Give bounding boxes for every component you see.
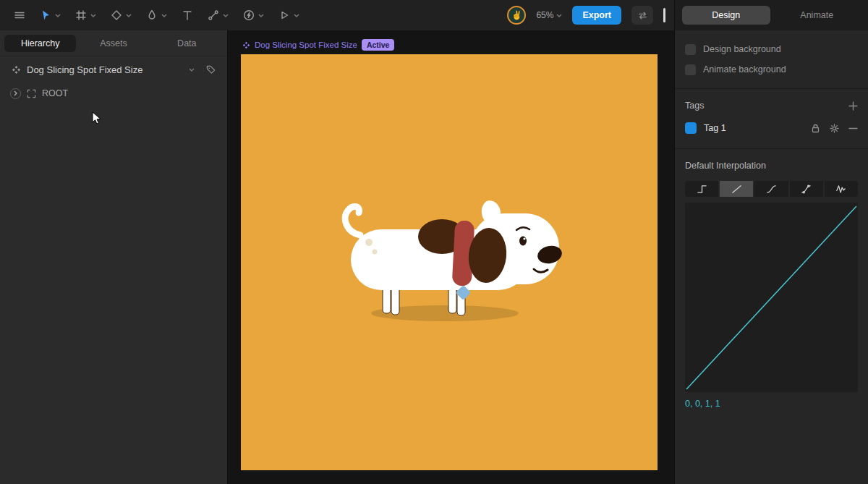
chevron-down-icon bbox=[294, 14, 299, 17]
artboard-header: Dog Slicing Spot Fixed Size Active bbox=[242, 39, 394, 51]
lock-icon[interactable] bbox=[811, 124, 820, 133]
frame-icon bbox=[75, 9, 87, 21]
hierarchy-panel: Hierarchy Assets Data Dog Slicing Spot F… bbox=[0, 30, 228, 484]
left-panel-tabs: Hierarchy Assets Data bbox=[0, 30, 227, 56]
chevron-down-icon bbox=[161, 14, 167, 17]
interpolation-curve bbox=[685, 203, 858, 392]
tag-actions bbox=[811, 124, 858, 133]
shapes-tool-button[interactable] bbox=[106, 6, 137, 25]
zoom-level: 65% bbox=[536, 10, 553, 20]
toolbar-right-group: ✌ 65% Export bbox=[507, 6, 674, 25]
add-tag-icon[interactable] bbox=[848, 101, 858, 111]
interpolation-section: Default Interpolation bbox=[675, 149, 868, 417]
custom-cubic-icon bbox=[801, 184, 812, 195]
chevron-down-icon bbox=[90, 14, 96, 17]
animate-background-row: Animate background bbox=[685, 59, 858, 80]
design-background-row: Design background bbox=[685, 39, 858, 59]
layout-swap-button[interactable] bbox=[631, 6, 653, 25]
paint-tool-button[interactable] bbox=[141, 6, 172, 25]
elastic-curve-icon bbox=[835, 184, 846, 195]
tab-hierarchy[interactable]: Hierarchy bbox=[4, 35, 76, 52]
remove-tag-icon[interactable] bbox=[848, 124, 858, 133]
select-tool-button[interactable] bbox=[35, 6, 66, 25]
tab-assets[interactable]: Assets bbox=[77, 35, 149, 52]
tree-item-label: ROOT bbox=[42, 88, 68, 98]
mode-switcher: Design Animate bbox=[674, 0, 868, 30]
tags-title: Tags bbox=[685, 101, 704, 111]
tag-icon[interactable] bbox=[206, 65, 216, 75]
mouse-cursor bbox=[91, 111, 103, 126]
artboard[interactable] bbox=[241, 54, 658, 470]
tab-animate[interactable]: Animate bbox=[773, 6, 861, 25]
chevron-down-icon[interactable] bbox=[189, 68, 195, 72]
interp-custom-cubic-button[interactable] bbox=[790, 181, 823, 197]
play-icon bbox=[278, 9, 290, 21]
text-tool-button[interactable] bbox=[176, 6, 198, 25]
panel-resize-handle[interactable] bbox=[663, 8, 665, 22]
zoom-control[interactable]: 65% bbox=[536, 10, 562, 20]
menu-button[interactable] bbox=[9, 6, 30, 25]
inspector-panel: Design background Animate background Tag… bbox=[674, 30, 868, 484]
chevron-down-icon bbox=[258, 14, 264, 17]
artboard-diamonds-icon bbox=[242, 41, 250, 49]
diamond-shape-icon bbox=[111, 9, 122, 21]
hamburger-icon bbox=[14, 9, 25, 21]
hold-curve-icon bbox=[697, 184, 707, 195]
text-icon bbox=[182, 9, 193, 21]
cursor-icon bbox=[40, 9, 51, 21]
artboard-diamonds-icon bbox=[12, 65, 21, 75]
dog-illustration bbox=[241, 54, 658, 470]
artboard-item-label: Dog Slicing Spot Fixed Size bbox=[27, 64, 142, 75]
interp-elastic-button[interactable] bbox=[825, 181, 858, 197]
bone-icon bbox=[208, 9, 219, 21]
avatar[interactable]: ✌ bbox=[507, 6, 526, 25]
interpolation-graph[interactable] bbox=[685, 203, 858, 392]
artboard-title[interactable]: Dog Slicing Spot Fixed Size bbox=[255, 41, 357, 49]
animate-background-label: Animate background bbox=[703, 64, 786, 75]
interp-hold-button[interactable] bbox=[685, 181, 718, 197]
status-badge: Active bbox=[362, 39, 395, 51]
events-tool-button[interactable] bbox=[238, 6, 269, 25]
artboard-tool-button[interactable] bbox=[70, 6, 101, 25]
chevron-down-icon bbox=[55, 14, 61, 17]
chevron-right-icon bbox=[14, 90, 17, 96]
animate-background-checkbox[interactable] bbox=[685, 64, 696, 75]
export-button[interactable]: Export bbox=[572, 6, 621, 25]
interpolation-header: Default Interpolation bbox=[685, 158, 858, 174]
interpolation-type-buttons bbox=[685, 181, 858, 197]
tab-data[interactable]: Data bbox=[151, 35, 223, 52]
top-toolbar: ✌ 65% Export Design Animate bbox=[0, 0, 868, 30]
design-background-label: Design background bbox=[703, 44, 781, 54]
rive-editor-window: ✌ 65% Export Design Animate Hierarchy As… bbox=[0, 0, 868, 484]
swap-arrows-icon bbox=[638, 11, 647, 20]
interp-linear-button[interactable] bbox=[720, 181, 753, 197]
tree-item-root[interactable]: ROOT bbox=[0, 82, 227, 104]
tags-section: Tags Tag 1 bbox=[675, 89, 868, 149]
cubic-values: 0, 0, 1, 1 bbox=[685, 399, 858, 409]
tab-design[interactable]: Design bbox=[682, 6, 770, 25]
tag-row[interactable]: Tag 1 bbox=[685, 116, 858, 140]
bone-tool-button[interactable] bbox=[203, 6, 234, 25]
play-tool-button[interactable] bbox=[273, 6, 305, 25]
expand-toggle[interactable] bbox=[10, 88, 21, 99]
tag-name: Tag 1 bbox=[704, 123, 726, 133]
design-background-checkbox[interactable] bbox=[685, 44, 696, 55]
chevron-down-icon bbox=[126, 14, 132, 17]
tag-color-swatch[interactable] bbox=[685, 122, 697, 134]
lightning-icon bbox=[243, 9, 255, 21]
interp-cubic-button[interactable] bbox=[754, 181, 788, 197]
chevron-down-icon bbox=[223, 14, 229, 17]
main-area: Hierarchy Assets Data Dog Slicing Spot F… bbox=[0, 30, 868, 484]
ink-drop-icon bbox=[146, 9, 158, 21]
node-icon bbox=[27, 89, 36, 98]
artboard-list-item[interactable]: Dog Slicing Spot Fixed Size bbox=[0, 56, 227, 82]
toolbar-tools bbox=[0, 6, 305, 25]
background-options-section: Design background Animate background bbox=[675, 30, 868, 89]
stage-canvas[interactable]: Dog Slicing Spot Fixed Size Active bbox=[228, 30, 674, 484]
linear-curve-icon bbox=[731, 184, 742, 195]
cubic-curve-icon bbox=[766, 184, 777, 195]
interpolation-title: Default Interpolation bbox=[685, 161, 766, 171]
artboard-item-actions bbox=[189, 65, 216, 75]
gear-icon[interactable] bbox=[830, 124, 839, 133]
chevron-down-icon bbox=[556, 14, 562, 17]
